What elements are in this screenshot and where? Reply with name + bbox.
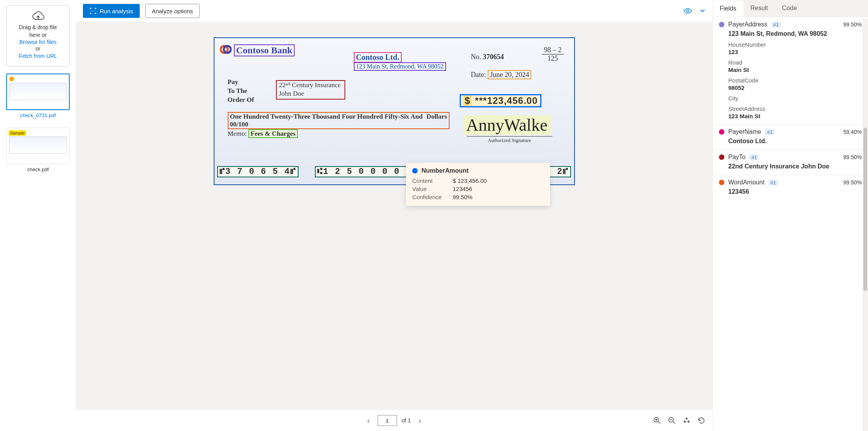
thumbnail-1-label: check_0731.pdf bbox=[6, 110, 70, 121]
field-payto[interactable]: 22ⁿᵈ Century InsuranceJohn Doe bbox=[276, 80, 345, 100]
field-memo[interactable]: Fees & Charges bbox=[248, 129, 298, 138]
rotate-icon[interactable] bbox=[698, 417, 705, 424]
field-tag: #1 bbox=[768, 180, 778, 186]
file-panel: Drag & drop file here or Browse for file… bbox=[0, 0, 76, 431]
field-micr-check[interactable]: ⑈3 7 0 6 5 4⑈ bbox=[217, 166, 299, 177]
pager: ‹ of 1 › bbox=[76, 410, 712, 431]
sample-badge: Sample bbox=[9, 130, 26, 136]
svg-point-0 bbox=[687, 10, 689, 12]
memo-row: Memo: Fees & Charges bbox=[228, 130, 298, 138]
field-signature[interactable]: AnnyWalke bbox=[463, 115, 550, 135]
tab-result[interactable]: Result bbox=[743, 0, 775, 17]
browse-link[interactable]: Browse for files bbox=[19, 39, 57, 45]
scan-icon bbox=[90, 7, 97, 14]
zoom-in-icon[interactable] bbox=[653, 417, 661, 424]
field-item[interactable]: PayTo #1 99.50% 22nd Century Insurance J… bbox=[713, 149, 868, 175]
field-confidence: 99.50% bbox=[843, 21, 862, 28]
field-payeraddress[interactable]: 123 Main St, Redmond, WA 98052 bbox=[354, 62, 446, 71]
field-tag: #1 bbox=[749, 154, 759, 160]
tab-fields[interactable]: Fields bbox=[713, 0, 743, 17]
field-confidence: 99.50% bbox=[843, 154, 862, 160]
thumbnail-1[interactable]: check_0731.pdf bbox=[6, 74, 70, 121]
toolbar: Run analysis Analyze options bbox=[76, 0, 712, 22]
subfield-label: HouseNumber bbox=[728, 41, 862, 48]
results-panel: Fields Result Code PayerAddress #1 99.50… bbox=[712, 0, 868, 431]
routing-fraction: 98 – 2125 bbox=[542, 46, 564, 63]
field-tooltip: NumberAmount Content$ 123,456.00 Value12… bbox=[406, 163, 550, 206]
fit-icon[interactable] bbox=[683, 417, 691, 424]
run-analysis-label: Run analysis bbox=[100, 8, 133, 14]
scrollbar-thumb[interactable] bbox=[863, 128, 867, 291]
run-analysis-button[interactable]: Run analysis bbox=[83, 4, 140, 18]
field-value: 123456 bbox=[728, 188, 862, 195]
field-item[interactable]: WordAmount #1 99.50% 123456 bbox=[713, 175, 868, 200]
subfield-label: StreetAddress bbox=[728, 105, 862, 112]
next-page-button[interactable]: › bbox=[415, 415, 424, 427]
upload-icon bbox=[10, 11, 66, 22]
chevron-down-icon[interactable] bbox=[700, 9, 705, 13]
tab-code[interactable]: Code bbox=[775, 0, 804, 17]
field-numberamount[interactable]: $***123,456.00 bbox=[460, 94, 541, 107]
field-value: 123 Main St, Redmond, WA 98052 bbox=[728, 30, 862, 37]
field-payername[interactable]: Contoso Ltd. bbox=[354, 52, 402, 63]
subfield-label: Road bbox=[728, 59, 862, 66]
field-dot-icon bbox=[719, 22, 724, 27]
field-bankname[interactable]: Contoso Bank bbox=[234, 44, 295, 56]
field-item[interactable]: PayerName #1 59.40% Contoso Ltd. bbox=[713, 124, 868, 149]
thumbnail-2-label: check.pdf bbox=[6, 164, 70, 175]
field-dot-icon bbox=[719, 154, 724, 160]
subfield-value: 123 Main St bbox=[728, 113, 862, 119]
field-name: PayTo bbox=[728, 154, 745, 161]
field-tag: #1 bbox=[765, 129, 774, 135]
field-dot-icon bbox=[719, 180, 724, 185]
subfield-value: 98052 bbox=[728, 84, 862, 91]
page-input[interactable] bbox=[378, 415, 397, 426]
analyze-options-label: Analyze options bbox=[152, 8, 193, 14]
dropzone[interactable]: Drag & drop file here or Browse for file… bbox=[6, 5, 70, 67]
field-dot-icon bbox=[719, 129, 724, 135]
subfield-value: 123 bbox=[728, 49, 862, 55]
field-item[interactable]: PayerAddress #1 99.50% 123 Main St, Redm… bbox=[713, 17, 868, 124]
field-confidence: 99.50% bbox=[843, 179, 862, 186]
dropzone-or: or bbox=[10, 45, 66, 53]
field-name: WordAmount bbox=[728, 179, 764, 186]
field-tag: #1 bbox=[771, 22, 781, 28]
tooltip-dot-icon bbox=[412, 168, 418, 173]
tooltip-title: NumberAmount bbox=[422, 167, 469, 174]
bank-logo-icon bbox=[220, 44, 232, 55]
field-value: 22nd Century Insurance John Doe bbox=[728, 163, 862, 170]
subfield-value: Main St bbox=[728, 67, 862, 73]
field-name: PayerName bbox=[728, 128, 761, 135]
subfield-label: PostalCode bbox=[728, 77, 862, 84]
field-name: PayerAddress bbox=[728, 21, 768, 28]
dropzone-text: Drag & drop file bbox=[10, 24, 66, 32]
payto-label: PayTo TheOrder Of bbox=[228, 78, 254, 105]
check-number-label: No. 370654 bbox=[471, 53, 504, 61]
status-dot-icon bbox=[9, 77, 14, 81]
field-value: Contoso Ltd. bbox=[728, 138, 862, 145]
signature-label: Authorized Signature bbox=[467, 136, 552, 144]
dropzone-text2: here or bbox=[10, 32, 66, 39]
check-number: 370654 bbox=[483, 53, 504, 61]
subfield-label: City bbox=[728, 95, 862, 102]
prev-page-button[interactable]: ‹ bbox=[364, 415, 373, 427]
analyze-options-button[interactable]: Analyze options bbox=[145, 4, 200, 18]
page-total: of 1 bbox=[402, 417, 411, 424]
fields-list[interactable]: PayerAddress #1 99.50% 123 Main St, Redm… bbox=[713, 17, 868, 431]
field-wordamount[interactable]: One Hundred Twenty-Three Thousand Four H… bbox=[228, 112, 450, 129]
thumbnail-2[interactable]: Sample check.pdf bbox=[6, 128, 70, 175]
results-tabs: Fields Result Code bbox=[713, 0, 868, 17]
scrollbar-track[interactable] bbox=[863, 19, 868, 431]
document-canvas[interactable]: Contoso Bank Contoso Ltd. 123 Main St, R… bbox=[76, 22, 712, 410]
visibility-icon[interactable] bbox=[684, 8, 692, 14]
date-row: Date: June 20, 2024 bbox=[471, 71, 532, 79]
document-viewer: Run analysis Analyze options Contoso Ban… bbox=[76, 0, 712, 431]
zoom-out-icon[interactable] bbox=[668, 417, 676, 424]
field-date[interactable]: June 20, 2024 bbox=[488, 70, 532, 79]
fetch-url-link[interactable]: Fetch from URL bbox=[19, 53, 57, 59]
field-confidence: 59.40% bbox=[843, 129, 862, 135]
